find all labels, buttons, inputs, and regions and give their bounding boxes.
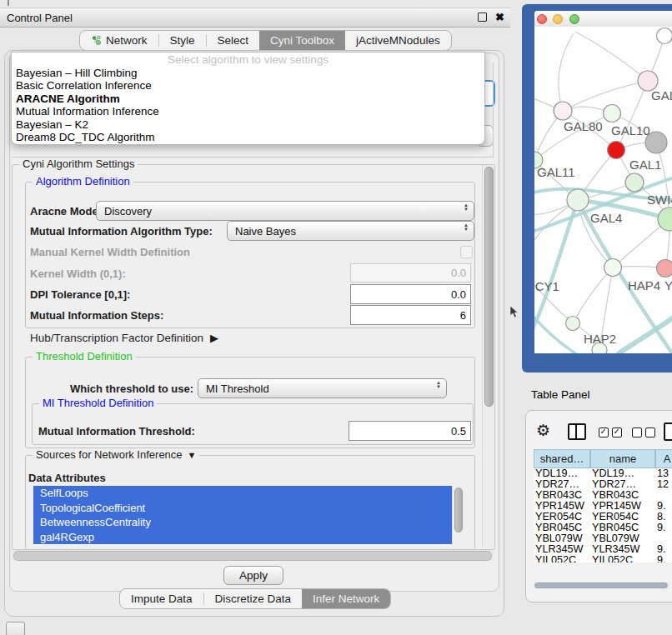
expander-arrow-down-icon: ▼ [188, 450, 197, 460]
threshold-definition-title: Threshold Definition [33, 350, 136, 362]
split-columns-icon[interactable] [568, 423, 586, 440]
tab-impute-data[interactable]: Impute Data [120, 589, 203, 608]
network-node[interactable] [567, 189, 589, 211]
network-node[interactable] [604, 105, 621, 122]
network-edge-highlighted[interactable] [534, 178, 672, 236]
mi-type-label: Mutual Information Algorithm Type: [30, 225, 213, 238]
network-node[interactable] [566, 317, 580, 331]
network-edge[interactable] [573, 268, 613, 323]
expander-arrow-right-icon: ▶ [210, 332, 218, 344]
attribute-list-item[interactable]: gal4RGexp [33, 530, 462, 545]
table-column-header[interactable]: shared… [534, 449, 590, 468]
which-threshold-combobox[interactable]: MI Threshold ▲▼ [198, 378, 447, 398]
network-edge[interactable] [563, 81, 648, 111]
hub-definition-expander[interactable]: Hub/Transcription Factor Definition ▶ [30, 332, 218, 344]
combo-spinner-icon: ▲▼ [436, 381, 441, 389]
network-edge[interactable] [559, 33, 574, 111]
attribute-list-item[interactable]: SelfLoops [33, 486, 462, 501]
tab-infer-network[interactable]: Infer Network [302, 589, 390, 608]
mi-type-combobox[interactable]: Naive Bayes ▲▼ [227, 221, 474, 241]
algorithm-definition-title: Algorithm Definition [33, 175, 133, 188]
table-cell: YIL052C [535, 555, 576, 562]
cyni-algorithm-settings-title: Cyni Algorithm Settings [19, 158, 138, 170]
table-header-row: shared…nameA [534, 449, 672, 468]
settings-scrollbar-track[interactable] [482, 165, 494, 548]
network-node-label: HAP4 [628, 278, 660, 292]
new-table-icon[interactable] [664, 422, 672, 441]
collapse-panel-button[interactable] [6, 622, 25, 635]
tab-network[interactable]: Network [80, 31, 158, 50]
aracne-mode-combobox[interactable]: Discovery ▲▼ [96, 201, 474, 221]
tab-impute-data-label: Impute Data [131, 592, 193, 605]
settings-scrollbar-thumb[interactable] [484, 167, 494, 407]
algorithm-popup-item[interactable]: Mutual Information Inference [12, 105, 484, 118]
table-hscrollbar-track[interactable] [534, 582, 672, 589]
mi-threshold-field[interactable]: 0.5 [349, 421, 471, 441]
zoom-window-icon[interactable] [569, 14, 579, 24]
network-node[interactable] [608, 142, 625, 159]
network-node[interactable] [657, 260, 672, 278]
checked-box-icon [599, 428, 609, 438]
settings-hscrollbar-thumb[interactable] [13, 551, 492, 561]
manual-kernel-checkbox[interactable] [460, 246, 473, 258]
tab-cyni-toolbox[interactable]: Cyni Toolbox [259, 31, 345, 50]
network-node[interactable] [625, 173, 644, 192]
attributes-scrollbar-thumb[interactable] [454, 488, 463, 532]
attributes-scrollbar-track[interactable] [452, 486, 463, 545]
app-root: Control Panel ✖ Network Style Select Cyn… [0, 0, 672, 635]
mi-steps-field[interactable]: 6 [350, 305, 471, 325]
sources-group-header[interactable]: Sources for Network Inference ▼ [33, 448, 199, 461]
bottom-tabbar: Impute Data Discretize Data Infer Networ… [119, 588, 391, 609]
algorithm-popup-item[interactable]: Bayesian – Hill Climbing [12, 67, 484, 79]
aracne-mode-label: Aracne Mode: [30, 205, 102, 218]
unchecked-box-icon [632, 428, 642, 438]
apply-button[interactable]: Apply [223, 566, 283, 585]
network-graph: GALGAL80GAL10GAL1GAL11SWI4GAL4GCY1HAP4YH… [534, 27, 672, 353]
algorithm-popup-item[interactable]: Basic Correlation Inference [12, 79, 484, 92]
network-node[interactable] [657, 28, 672, 44]
table-cell: 9. [657, 522, 666, 533]
select-all-columns-icon[interactable] [599, 428, 622, 438]
tab-jactivemnodules[interactable]: jActiveMNodules [345, 31, 451, 50]
attribute-list-item[interactable]: TopologicalCoefficient [33, 501, 462, 516]
dpi-tolerance-field[interactable]: 0.0 [350, 284, 471, 304]
tab-select-label: Select [218, 34, 249, 47]
close-window-icon[interactable] [537, 14, 547, 24]
algorithm-popup-item[interactable]: Bayesian – K2 [12, 118, 484, 131]
kernel-width-field[interactable]: 0.0 [350, 263, 471, 282]
toolbar-fragment [8, 0, 9, 6]
table-row[interactable]: YIL052CYIL052C9. [534, 555, 672, 562]
deselect-all-columns-icon[interactable] [632, 428, 655, 438]
tab-select[interactable]: Select [207, 31, 260, 50]
table-body: YDL19…YDL19…13YDR27…YDR27…12YBR043CYBR04… [534, 468, 672, 562]
mi-threshold-label: Mutual Information Threshold: [38, 425, 195, 438]
network-node[interactable] [554, 102, 572, 120]
minimize-window-icon[interactable] [553, 14, 563, 24]
tab-discretize-data[interactable]: Discretize Data [204, 589, 303, 608]
algorithm-popup-item[interactable]: Dream8 DC_TDC Algorithm [12, 131, 484, 143]
table-column-header[interactable]: name [590, 449, 655, 468]
table-column-header[interactable]: A [655, 449, 672, 468]
settings-hscrollbar-track[interactable] [12, 550, 494, 561]
network-node-label: GCY1 [534, 279, 559, 293]
close-panel-icon[interactable]: ✖ [495, 10, 504, 25]
tab-style[interactable]: Style [159, 31, 206, 50]
network-edge-highlighted[interactable] [619, 318, 672, 353]
sources-group-title: Sources for Network Inference [36, 448, 183, 461]
algorithm-popup-list: Bayesian – Hill ClimbingBasic Correlatio… [12, 67, 484, 143]
table-hscrollbar-thumb[interactable] [534, 582, 668, 588]
network-edge[interactable] [575, 32, 648, 81]
network-canvas[interactable]: GALGAL80GAL10GAL1GAL11SWI4GAL4GCY1HAP4YH… [534, 27, 672, 353]
attribute-list-item[interactable]: BetweennessCentrality [33, 515, 462, 530]
combo-spinner-icon: ▲▼ [464, 203, 469, 212]
algorithm-popup-item[interactable]: ARACNE Algorithm [12, 92, 484, 105]
kernel-width-label: Kernel Width (0,1): [30, 268, 126, 280]
float-panel-icon[interactable] [478, 12, 487, 22]
tab-jactivemnodules-label: jActiveMNodules [356, 34, 440, 47]
network-node[interactable] [604, 259, 622, 277]
which-threshold-value: MI Threshold [206, 382, 269, 395]
gear-icon[interactable]: ⚙ [536, 421, 550, 440]
network-node-label: SWI4 [647, 192, 672, 207]
data-attributes-list[interactable]: SelfLoopsTopologicalCoefficientBetweenne… [33, 486, 462, 545]
network-window-titlebar[interactable] [534, 11, 672, 28]
